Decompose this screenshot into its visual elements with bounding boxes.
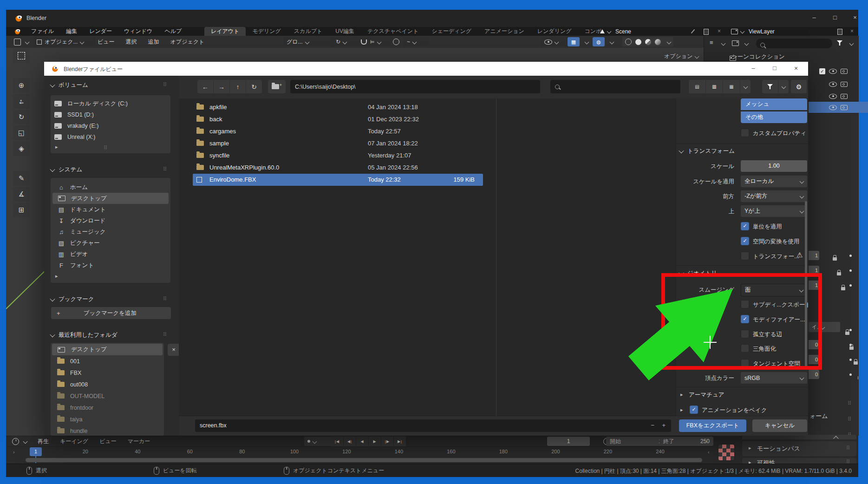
system-item-0[interactable]: ⌂ホーム [52,182,169,193]
rotate-tool[interactable]: ↻ [13,110,30,124]
file-search-input[interactable] [550,80,680,93]
volume-item-1[interactable]: SSD1 (D:) [51,109,170,120]
lock-icon[interactable] [837,272,841,275]
bookmarks-section-header[interactable]: ブックマーク [51,295,94,303]
playback-button-1[interactable]: ◀| [344,436,356,446]
outliner-filter-image-icon[interactable] [732,40,739,46]
volume-item-2[interactable]: vrakady (E:) [51,120,170,131]
rendered-shading-icon[interactable] [655,39,661,45]
camera-render-icon[interactable] [841,82,848,87]
end-frame-field[interactable]: 終了 250 [659,437,713,446]
timeline-menu-2[interactable]: ビュー [94,436,122,446]
minimize-icon[interactable]: – [807,14,821,21]
path-field[interactable]: C:\Users\saijo\Desktop\ [290,80,540,93]
lock-icon[interactable] [845,332,849,335]
workspace-tab-4[interactable]: テクスチャペイント [361,27,425,36]
texture-properties-tab-icon[interactable] [718,444,735,461]
mode-dropdown[interactable]: オブジェク... [33,37,96,46]
panel-grip-icon[interactable]: ⠿ [846,445,850,451]
new-view-layer-icon[interactable] [837,29,842,35]
region-collapse-icon[interactable]: ‹ [708,449,710,455]
eye-icon[interactable] [829,69,837,74]
recent-item-4[interactable]: OUT-MODEL [52,390,163,402]
forward-dropdown[interactable]: -Zが前方 [741,190,807,202]
remove-view-layer-icon[interactable]: × [850,28,854,34]
recent-item-5[interactable]: frontdoor [52,402,163,413]
system-section-header[interactable]: システム [51,166,82,174]
wireframe-shading-icon[interactable] [625,39,632,45]
animate-dot-icon[interactable] [849,359,852,361]
thumbnail-view-icon[interactable]: ▦ [723,80,740,93]
blender-menu-logo-icon[interactable] [14,28,21,35]
refresh-icon[interactable]: ↻ [246,80,262,93]
panel-grip-icon[interactable]: ⠿ [163,167,167,172]
lock-icon[interactable] [854,361,858,365]
camera-render-icon[interactable] [841,69,848,74]
proportional-falloff-dropdown[interactable]: ~ [404,37,429,46]
filter-funnel-icon[interactable] [762,80,778,93]
timeline-menu-3[interactable]: マーカー [122,436,156,446]
up-dropdown[interactable]: Yが上 [741,205,807,217]
proportional-edit-icon[interactable] [393,39,399,45]
file-row-1[interactable]: back01 Dec 2023 22:32 [193,113,483,125]
viewport-menu-1[interactable]: 選択 [120,36,143,48]
visibility-dropdown[interactable] [541,37,569,46]
file-row-0[interactable]: apkfile04 Jan 2024 13:18 [193,101,483,113]
add-bookmark-button[interactable]: + ブックマークを追加 [51,307,171,320]
menu-4[interactable]: ヘルプ [158,27,188,36]
move-tool[interactable]: ↔↕ [13,94,30,109]
select-box-tool[interactable] [13,48,30,63]
export-fbx-button[interactable]: FBXをエクスポート [679,419,746,432]
volume-item-0[interactable]: ローカル ディスク (C:) [51,98,170,109]
animate-dot-icon[interactable] [849,373,852,376]
measure-tool[interactable]: ∡ [13,187,30,202]
current-frame-field[interactable]: 1 [547,437,590,446]
playback-sync-dropdown[interactable] [304,437,333,446]
workspace-tab-6[interactable]: アニメーション [478,27,531,36]
dialog-minimize-icon[interactable]: – [743,65,764,72]
forward-icon[interactable]: → [214,80,229,93]
system-item-6[interactable]: ▥ビデオ [52,249,169,260]
vertical-list-view-icon[interactable]: ▤ [689,80,705,93]
remove-recent-button[interactable]: × [168,344,180,356]
camera-render-icon[interactable] [841,105,848,110]
current-frame-badge[interactable]: 1 [30,447,42,456]
file-row-5[interactable]: UnrealMetaXRPlugin.60.005 Jan 2024 22:56 [193,162,483,174]
bake-animation-checkbox[interactable]: ✓ [690,406,698,414]
workspace-tab-2[interactable]: スカルプト [287,27,329,36]
display-mode-chevron-icon[interactable] [740,80,751,93]
shading-mode-group[interactable] [622,37,673,46]
lock-icon[interactable] [858,376,858,379]
filter-chevron-icon[interactable] [778,80,789,93]
outliner-row-selected[interactable] [809,102,868,113]
motion-paths-panel[interactable]: ▸ モーションパス ⠿ [742,441,856,456]
playback-button-3[interactable]: ▶ [369,436,381,446]
animate-dot-icon[interactable] [849,329,852,331]
viewport-menu-0[interactable]: ビュー [92,36,120,48]
ruler-expand-icon[interactable]: › [13,449,15,455]
cancel-button[interactable]: キャンセル [752,419,807,432]
animate-dot-icon[interactable] [849,284,852,287]
pin-icon[interactable] [691,29,695,34]
recent-item-3[interactable]: out008 [52,379,163,390]
workspace-tab-0[interactable]: レイアウト [204,27,246,36]
panel-grip-icon[interactable]: ⠿ [848,417,851,422]
timeline-editor-icon[interactable] [12,438,19,445]
scene-selector[interactable]: Scene [600,27,631,35]
volume-item-3[interactable]: Unreal (X:) [51,131,170,143]
start-frame-field[interactable]: 開始 1 [606,437,666,446]
custom-properties-checkbox[interactable] [741,129,749,137]
bake-animation-label[interactable]: アニメーションをベイク [702,406,767,414]
eye-icon[interactable] [829,94,837,99]
timeline-scrollbar[interactable] [26,458,702,462]
view-layer-selector[interactable]: ViewLayer [731,27,775,35]
system-item-1[interactable]: デスクトップ [52,193,169,204]
new-scene-icon[interactable] [704,29,709,35]
pivot-dropdown[interactable]: ↻ [333,37,358,46]
playback-button-0[interactable]: |◀ [331,436,343,446]
visibility-panel[interactable]: ▸ 可視性 ⠿ [742,458,856,464]
panel-grip-icon[interactable]: ⠿ [163,296,167,301]
annotate-tool[interactable]: ✎ [13,171,30,186]
transform-orientation-dropdown[interactable]: グロ... [283,37,334,46]
camera-render-icon[interactable] [841,94,848,99]
